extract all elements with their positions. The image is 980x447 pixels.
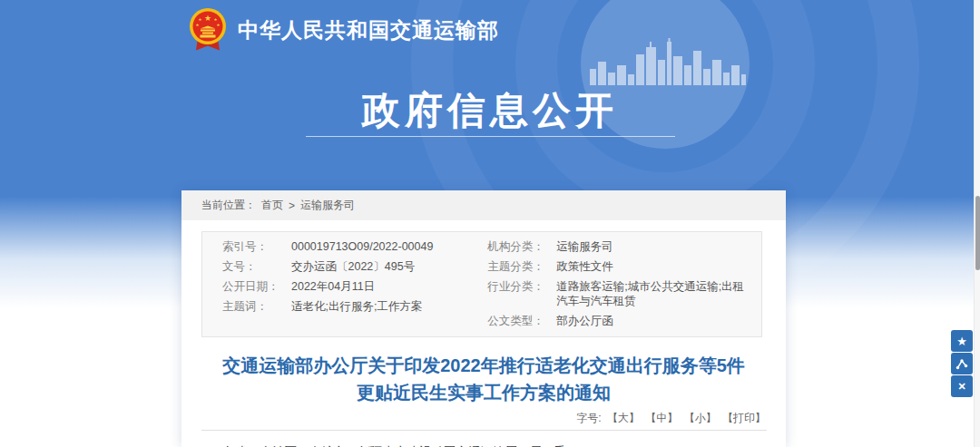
font-size-small-button[interactable]: 【小】: [684, 412, 717, 424]
meta-value: 道路旅客运输;城市公共交通运输;出租汽车与汽车租赁: [556, 279, 749, 308]
close-icon: ✕: [957, 382, 965, 392]
print-button[interactable]: 【打印】: [722, 412, 766, 424]
meta-row-index-no: 索引号： 000019713O09/2022-00049: [222, 237, 487, 257]
meta-value: 运输服务司: [556, 239, 613, 254]
meta-value: 2022年04月11日: [291, 279, 375, 294]
meta-value: 适老化;出行服务;工作方案: [291, 299, 422, 314]
star-icon: ★: [956, 335, 967, 347]
meta-row-keywords: 主题词： 适老化;出行服务;工作方案: [222, 296, 487, 316]
favorite-button[interactable]: ★: [951, 330, 973, 352]
meta-row-agency-category: 机构分类： 运输服务司: [487, 237, 749, 257]
breadcrumb-link-home[interactable]: 首页: [261, 198, 283, 213]
document-meta-table: 索引号： 000019713O09/2022-00049 文号： 交办运函〔20…: [201, 231, 762, 337]
svg-text:★: ★: [216, 23, 220, 27]
document-body-first-line: 各省、自治区、直辖市、新疆生产建设兵团交通运输厅（局、委）：: [223, 442, 763, 447]
side-toolbar: ★ ✕: [951, 330, 973, 397]
share-button[interactable]: [951, 353, 973, 374]
document-title: 交通运输部办公厅关于印发2022年推行适老化交通出行服务等5件更贴近民生实事工作…: [214, 352, 753, 406]
meta-row-doc-type: 公文类型： 部办公厅函: [487, 311, 749, 331]
scrollbar-thumb[interactable]: [975, 196, 980, 270]
meta-label: 主题分类：: [487, 259, 556, 274]
meta-label: 公文类型：: [487, 314, 556, 328]
svg-text:★: ★: [213, 17, 217, 22]
meta-label: 公开日期：: [222, 279, 291, 294]
meta-label: 文号：: [222, 259, 291, 274]
national-emblem-icon: ★ ★ ★ ★ ★: [189, 7, 227, 53]
site-header: ★ ★ ★ ★ ★ 中华人民共和国交通运输部: [189, 7, 499, 53]
meta-value: 000019713O09/2022-00049: [291, 239, 433, 254]
svg-text:★: ★: [204, 14, 211, 23]
breadcrumb: 当前位置： 首页 > 运输服务司: [181, 190, 786, 220]
city-skyline-icon: [590, 38, 746, 85]
svg-text:★: ★: [195, 23, 199, 27]
share-icon: [956, 358, 968, 370]
breadcrumb-prefix: 当前位置：: [201, 198, 256, 213]
meta-row-topic-category: 主题分类： 政策性文件: [487, 257, 749, 277]
content-card: 当前位置： 首页 > 运输服务司 索引号： 000019713O09/2022-…: [181, 190, 786, 447]
font-size-large-button[interactable]: 【大】: [607, 412, 640, 424]
meta-column-right: 机构分类： 运输服务司 主题分类： 政策性文件 行业分类： 道路旅客运输;城市公…: [487, 237, 761, 331]
title-divider: [201, 430, 767, 431]
meta-label: 主题词：: [222, 299, 291, 314]
font-size-medium-button[interactable]: 【中】: [645, 412, 678, 424]
site-name: 中华人民共和国交通运输部: [238, 16, 499, 44]
font-size-controls: 字号: 【大】 【中】 【小】 【打印】: [201, 411, 766, 426]
banner-title: 政府信息公开: [218, 85, 762, 136]
meta-value: 政策性文件: [556, 259, 613, 274]
svg-text:★: ★: [198, 17, 201, 22]
meta-row-industry-category: 行业分类： 道路旅客运输;城市公共交通运输;出租汽车与汽车租赁: [487, 277, 749, 311]
meta-value: 交办运函〔2022〕495号: [291, 259, 415, 274]
meta-row-doc-no: 文号： 交办运函〔2022〕495号: [222, 257, 487, 277]
font-size-label: 字号:: [576, 412, 601, 424]
meta-label: 机构分类：: [487, 239, 556, 254]
banner-underline: [306, 136, 675, 137]
meta-value: 部办公厅函: [556, 314, 613, 328]
breadcrumb-separator: >: [289, 199, 295, 212]
page-background: ★ ★ ★ ★ ★ 中华人民共和国交通运输部 政府信息公开 当前位置： 首页 >…: [0, 0, 980, 447]
scrollbar-track[interactable]: [974, 0, 980, 447]
meta-label: 索引号：: [222, 239, 291, 254]
meta-label: 行业分类：: [487, 279, 556, 308]
breadcrumb-link-department[interactable]: 运输服务司: [300, 198, 355, 213]
meta-row-publish-date: 公开日期： 2022年04月11日: [222, 277, 487, 296]
meta-column-left: 索引号： 000019713O09/2022-00049 文号： 交办运函〔20…: [202, 237, 487, 331]
close-button[interactable]: ✕: [951, 375, 973, 397]
